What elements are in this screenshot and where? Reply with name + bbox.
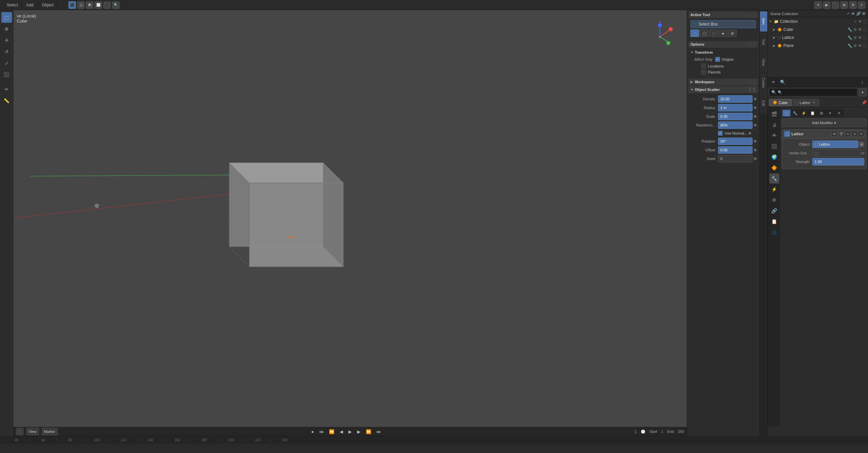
plane-restrict[interactable]: ⬚: [863, 44, 867, 48]
offset-dot[interactable]: [754, 149, 756, 151]
lattice-attr-icon[interactable]: ⚙: [854, 36, 857, 40]
props-icon-object[interactable]: 🔶: [769, 163, 779, 173]
select-lasso-icon-btn[interactable]: ◌: [709, 30, 718, 37]
rotate-tool[interactable]: ↺: [1, 46, 12, 57]
annotate-tool[interactable]: ✏: [1, 84, 12, 95]
options-section-header[interactable]: Options ⋮⋮: [688, 41, 758, 47]
mod-vertex-exchange[interactable]: ⇄: [861, 151, 864, 155]
vp-editor-type[interactable]: ⬚: [16, 428, 24, 435]
vtab-create[interactable]: Create: [760, 73, 767, 93]
use-normal-checkbox[interactable]: ✓: [718, 131, 723, 136]
props-icon-output[interactable]: 🖨: [769, 120, 779, 130]
settings-btn[interactable]: ≡: [858, 1, 865, 9]
coll-eye[interactable]: 👁: [858, 20, 862, 24]
scene-item-cube[interactable]: ▶ 🔶 Cube 🔧 ⚙ 👁 ⬚: [768, 26, 868, 34]
plane-link-icon[interactable]: 🔧: [847, 44, 852, 48]
mod-ctrl-render[interactable]: 🎬: [838, 131, 844, 137]
use-normal-dot[interactable]: [748, 132, 751, 135]
sc-link-icon[interactable]: 🔗: [856, 11, 861, 16]
viewport-shading-2[interactable]: ◩: [86, 1, 93, 9]
active-tool-section-header[interactable]: Active Tool ⋮⋮: [688, 11, 758, 18]
add-modifier-btn[interactable]: Add Modifier ▾: [782, 119, 867, 127]
lattice-tab-close[interactable]: ✕: [813, 101, 815, 104]
search-input-wrapper[interactable]: 🔍: [769, 88, 857, 96]
header-tab-add[interactable]: Add: [22, 0, 38, 10]
transform-tool[interactable]: ⬛: [1, 69, 12, 80]
props-tab-filter[interactable]: ≡: [769, 78, 778, 86]
scale-dot[interactable]: [754, 115, 756, 118]
mod-tab-dropdown[interactable]: ▾: [826, 110, 834, 117]
cube-eye[interactable]: 👁: [858, 28, 862, 32]
scene-item-plane[interactable]: ▶ 🔶 Plane 🔧 ⚙ 👁 ⬚: [768, 42, 868, 50]
radius-dot[interactable]: [754, 106, 756, 109]
viewport[interactable]: ve (Local) Cube: [13, 10, 687, 436]
rotation-dot[interactable]: [754, 140, 756, 142]
seed-field[interactable]: 0: [718, 155, 752, 162]
props-icon-modifier[interactable]: 🔧: [769, 173, 779, 184]
ob-tab-lattice[interactable]: ⬚ Lattice ✕: [791, 99, 819, 106]
locations-checkbox[interactable]: [701, 64, 706, 68]
render-anim-btn[interactable]: ⬛: [832, 1, 839, 9]
axis-widget[interactable]: Z: [647, 20, 673, 47]
vtab-view[interactable]: View: [760, 52, 767, 72]
search-input[interactable]: [778, 90, 855, 94]
scene-item-collection[interactable]: ▼ 📁 Collection ✓ 👁 ⬚: [768, 18, 868, 26]
cursor-tool[interactable]: ⊕: [1, 24, 12, 34]
props-expand-icon[interactable]: ↕: [858, 78, 867, 86]
scale-tool[interactable]: ⤢: [1, 58, 12, 68]
workspace-header[interactable]: ▶ Workspace ⋮⋮: [688, 78, 758, 85]
randomn-field[interactable]: 80%: [718, 122, 752, 129]
props-icon-physics[interactable]: ⚙: [769, 195, 779, 205]
sc-check-icon[interactable]: ✓: [847, 11, 850, 16]
density-dot[interactable]: [754, 98, 756, 100]
props-icon-particles[interactable]: ⚡: [769, 184, 779, 194]
coll-restrict[interactable]: ⬚: [863, 20, 867, 24]
mod-ctrl-close[interactable]: ✕: [858, 131, 864, 137]
header-tab-select[interactable]: Select: [3, 0, 22, 10]
mod-tab-3[interactable]: ⚡: [800, 110, 808, 117]
lattice-link-icon[interactable]: 🔧: [847, 36, 852, 40]
scatter-header[interactable]: ▼ Object Scatter ⋮⋮: [688, 86, 758, 93]
lattice-eye[interactable]: 👁: [858, 36, 862, 40]
mod-object-field[interactable]: ⬚ Lattice: [812, 140, 858, 148]
mod-ctrl-edit[interactable]: ✏: [845, 131, 851, 137]
mod-ctrl-realtime[interactable]: 👁: [831, 131, 837, 137]
plane-eye[interactable]: 👁: [858, 44, 862, 48]
cube-restrict[interactable]: ⬚: [863, 28, 867, 32]
scene-item-lattice[interactable]: ▶ ⬚ Lattice 🔧 ⚙ 👁 ⬚: [768, 34, 868, 42]
timeline-ruler[interactable]: 40 60 80 100 120 140 160 180 200 220 240: [0, 436, 868, 444]
mod-ctrl-move-up[interactable]: ▾: [851, 131, 858, 137]
lattice-restrict[interactable]: ⬚: [863, 36, 867, 40]
mod-tab-2[interactable]: 🔧: [791, 110, 799, 117]
props-tab-search[interactable]: 🔍: [778, 78, 787, 86]
rotation-field[interactable]: 29°: [718, 137, 752, 145]
seed-dot[interactable]: [754, 157, 756, 160]
viewport-shading-4[interactable]: ⬛: [103, 1, 111, 9]
mod-strength-field[interactable]: 1.00: [812, 158, 864, 165]
select-tool[interactable]: ⬚: [1, 12, 12, 23]
density-field[interactable]: 10.00: [718, 95, 752, 103]
vtab-item[interactable]: Item: [760, 11, 767, 32]
vp-marker-menu[interactable]: Marker: [42, 428, 58, 435]
cube-attr-icon[interactable]: ⚙: [854, 28, 857, 32]
transform-sub-header[interactable]: ▼ Transform: [690, 50, 756, 55]
timeline-next-frame[interactable]: ▶: [356, 428, 362, 435]
coll-check[interactable]: ✓: [854, 20, 857, 24]
mod-vertex-field[interactable]: ⬚: [812, 149, 861, 157]
props-icon-render[interactable]: 🎬: [769, 109, 779, 119]
mod-object-clear[interactable]: ✕: [859, 141, 864, 147]
viewport-overlay[interactable]: 🔍: [112, 1, 120, 9]
props-icon-constraints[interactable]: 🔗: [769, 206, 779, 216]
vp-view-menu[interactable]: View: [26, 428, 39, 435]
timeline-prev-frame[interactable]: ◀: [338, 428, 344, 435]
offset-field[interactable]: 0.00: [718, 146, 752, 154]
timeline-jump-start[interactable]: ⏮: [318, 428, 325, 435]
timeline-end-value[interactable]: 250: [678, 429, 684, 433]
viewport-mode-icon[interactable]: ⬛: [68, 1, 76, 9]
select-5-icon-btn[interactable]: ⊞: [728, 30, 737, 37]
scale-field[interactable]: 0.30: [718, 113, 752, 120]
sc-settings-icon[interactable]: ⊞: [862, 11, 865, 16]
origins-checkbox[interactable]: ✓: [715, 57, 720, 62]
engine-selector[interactable]: ▾: [814, 1, 822, 9]
props-icon-data[interactable]: 📋: [769, 217, 779, 226]
